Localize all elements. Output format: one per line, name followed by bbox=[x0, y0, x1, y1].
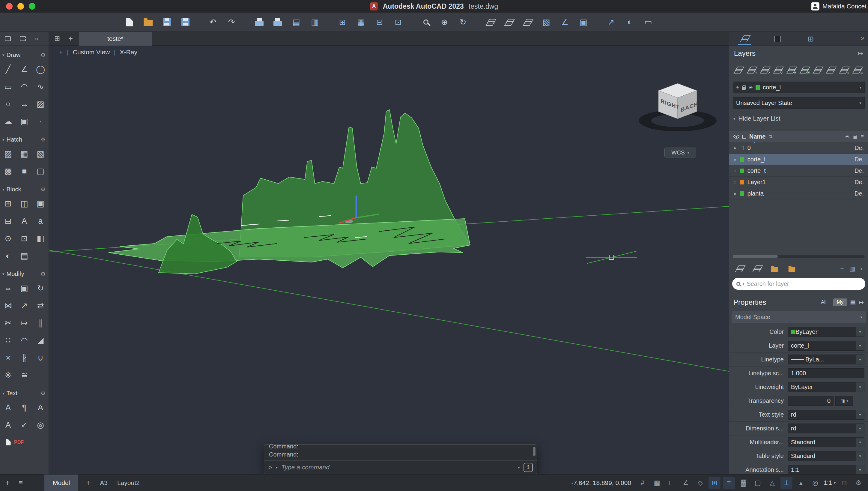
import-layer-state-icon[interactable] bbox=[788, 267, 796, 272]
extend-tool[interactable]: ↦ bbox=[16, 314, 32, 332]
annotation-visibility-icon[interactable]: ▴ bbox=[795, 477, 807, 489]
draw-section-header[interactable]: ▾ Draw ⚙ bbox=[0, 49, 49, 61]
edit-attribute-tool[interactable]: a bbox=[32, 212, 49, 230]
layer-walk-icon[interactable]: ≡ bbox=[853, 66, 862, 74]
workspace-icon[interactable]: ⊡ bbox=[838, 477, 850, 489]
layer-isolate-icon[interactable] bbox=[522, 16, 534, 28]
minimize-window-button[interactable] bbox=[18, 3, 24, 9]
thaw-layer-icon[interactable]: ☀ bbox=[800, 66, 809, 74]
zoom-icon[interactable] bbox=[420, 16, 432, 28]
name-column-header[interactable]: Name▴ bbox=[749, 133, 766, 140]
layer-state-edit-icon[interactable] bbox=[753, 265, 761, 272]
erase-tool[interactable]: × bbox=[0, 349, 16, 367]
polyline-tool[interactable]: ∠ bbox=[16, 61, 32, 78]
layer-color-swatch[interactable] bbox=[740, 191, 744, 196]
linetype-scale-field[interactable] bbox=[788, 368, 864, 378]
autoscale-icon[interactable]: ◎ bbox=[809, 477, 821, 489]
auto-hide-icon[interactable]: ↦ bbox=[858, 50, 863, 57]
layer-match-icon[interactable] bbox=[503, 16, 515, 28]
palette-grid-icon[interactable] bbox=[20, 36, 26, 41]
modify-section-header[interactable]: ▾ Modify ⚙ bbox=[0, 268, 49, 280]
layer-color-swatch[interactable] bbox=[740, 157, 744, 162]
visibility-column-icon[interactable] bbox=[734, 135, 739, 139]
undo-icon[interactable]: ↶ bbox=[207, 16, 219, 28]
hatch-pattern-tool[interactable]: ▨ bbox=[0, 145, 16, 163]
layer-state-dropdown[interactable]: Unsaved Layer State ▾ bbox=[733, 97, 865, 109]
construction-line-tool[interactable]: ↔ bbox=[16, 95, 32, 113]
linetype-scale-input[interactable] bbox=[791, 370, 861, 377]
text-section-header[interactable]: ▾ Text ⚙ bbox=[0, 387, 49, 399]
quick-select-icon[interactable]: ▤ bbox=[850, 299, 856, 306]
chevron-down-icon[interactable]: ▾ bbox=[856, 354, 864, 365]
rectangle-tool[interactable]: ▭ bbox=[0, 78, 16, 95]
hatch-tool[interactable]: ▨ bbox=[32, 95, 49, 113]
move-tool[interactable]: ⇔ bbox=[0, 280, 16, 297]
gear-icon[interactable]: ⚙ bbox=[40, 52, 46, 58]
explode-tool[interactable]: ※ bbox=[0, 367, 16, 384]
layer-off-icon[interactable]: ○ bbox=[734, 180, 737, 185]
find-text-tool[interactable]: ◎ bbox=[32, 416, 49, 434]
join-tool[interactable]: ∪ bbox=[32, 349, 49, 367]
chamfer-tool[interactable]: ◢ bbox=[32, 332, 49, 349]
model-tab[interactable]: Model bbox=[44, 474, 78, 491]
single-text-tool[interactable]: A bbox=[0, 399, 16, 416]
gear-icon[interactable]: ⚙ bbox=[40, 270, 46, 278]
new-layout-button[interactable]: + bbox=[86, 479, 90, 487]
freeze-column-icon[interactable]: ☀ bbox=[845, 134, 849, 140]
layer-color-swatch[interactable] bbox=[740, 169, 744, 173]
line-tool[interactable]: ╱ bbox=[0, 61, 16, 78]
base-point-tool[interactable]: ⊙ bbox=[0, 230, 16, 247]
transparency-field[interactable] bbox=[788, 396, 834, 406]
define-attribute-tool[interactable]: A bbox=[16, 212, 32, 230]
customization-icon[interactable]: ⚙ bbox=[852, 477, 864, 489]
grid-display-icon[interactable]: # bbox=[636, 477, 649, 489]
layer-dropdown[interactable]: corte_l▾ bbox=[788, 341, 864, 351]
polar-tracking-icon[interactable]: ∠ bbox=[680, 477, 692, 489]
annotation-scale-control[interactable]: 1:1 ▾ bbox=[824, 479, 836, 486]
table-style-dropdown[interactable]: Standard▾ bbox=[788, 451, 864, 461]
transparency-picker-button[interactable]: ◨▾ bbox=[835, 396, 853, 406]
object-snap-icon[interactable]: ⊞ bbox=[709, 477, 720, 489]
underlay-layers-tool[interactable]: ▤ bbox=[16, 247, 32, 264]
gear-icon[interactable]: ⚙ bbox=[40, 390, 46, 397]
layer-row-layer1[interactable]: ○ Layer1 De. bbox=[729, 177, 868, 188]
hatch-section-header[interactable]: ▾ Hatch ⚙ bbox=[0, 134, 49, 145]
tab-menu-icon[interactable]: ⊞ bbox=[54, 34, 60, 42]
adjust-tool[interactable]: ◐ bbox=[0, 247, 16, 264]
text-style-dropdown[interactable]: rd▾ bbox=[788, 410, 864, 420]
layer-color-swatch[interactable] bbox=[755, 85, 760, 90]
open-layer-state-icon[interactable] bbox=[771, 267, 778, 272]
mtext-tool[interactable]: ¶ bbox=[16, 399, 32, 416]
dynamic-ucs-icon[interactable]: ⊥ bbox=[780, 477, 792, 489]
trim-tool[interactable]: ✂ bbox=[0, 314, 16, 332]
add-palette-button[interactable]: + bbox=[5, 479, 10, 487]
filter-my-button[interactable]: My bbox=[833, 298, 847, 306]
match-properties-icon[interactable]: ▧ bbox=[540, 16, 552, 28]
region-tool[interactable]: ▣ bbox=[16, 113, 32, 130]
copy-to-layout-icon[interactable]: ▤ bbox=[290, 16, 302, 28]
sheets-panel-tab[interactable]: ⊞ bbox=[804, 33, 817, 45]
layer-search-box[interactable]: ▾ bbox=[732, 278, 865, 290]
scrollbar-thumb[interactable] bbox=[533, 447, 536, 456]
transparency-input[interactable] bbox=[791, 397, 831, 404]
isodraft-icon[interactable]: ◇ bbox=[694, 477, 706, 489]
insert-block-tool[interactable]: ⊞ bbox=[0, 195, 16, 212]
more-panels-icon[interactable]: » bbox=[861, 34, 864, 42]
spell-check-tool[interactable]: ✓ bbox=[16, 416, 32, 434]
selection-cycling-icon[interactable]: ▢ bbox=[752, 477, 764, 489]
hide-layer-list-toggle[interactable]: ▾ Hide Layer List bbox=[734, 113, 780, 123]
layer-state-save-icon[interactable] bbox=[735, 265, 744, 272]
point-tool[interactable]: · bbox=[32, 113, 49, 130]
layer-table-hscrollbar[interactable] bbox=[733, 255, 865, 258]
layer-color-swatch[interactable] bbox=[740, 146, 744, 150]
clip-xref-tool[interactable]: ◧ bbox=[32, 230, 49, 247]
table-menu-icon[interactable]: ≡ bbox=[861, 134, 864, 140]
mirror-tool[interactable]: ⋈ bbox=[0, 297, 16, 314]
annotation-scale-dropdown[interactable]: 1:1▾ bbox=[788, 465, 864, 474]
align-tool[interactable]: ≅ bbox=[16, 367, 32, 384]
new-layer-icon[interactable]: + bbox=[747, 66, 756, 74]
object-snap-3d-icon[interactable]: △ bbox=[766, 477, 778, 489]
new-drawing-tab-button[interactable]: + bbox=[68, 34, 73, 43]
chevron-down-icon[interactable]: ▾ bbox=[856, 410, 864, 420]
unlock-layer-icon[interactable] bbox=[826, 66, 835, 74]
